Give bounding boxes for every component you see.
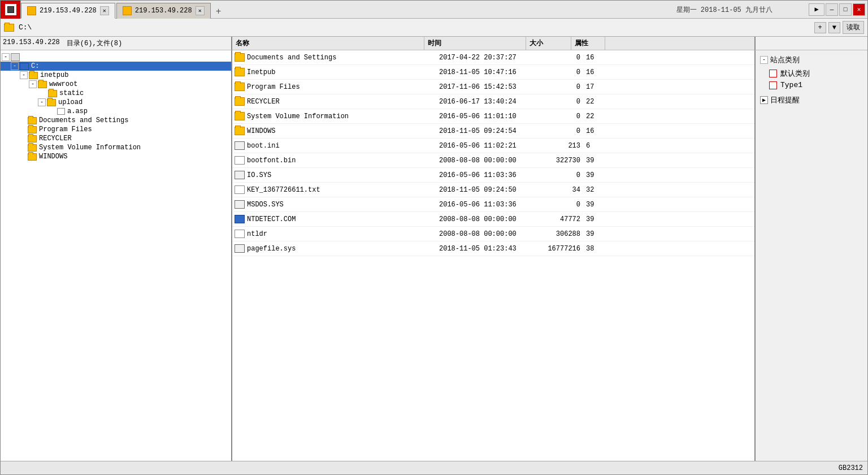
- file-row[interactable]: ntldr2008-08-08 00:00:0030628839: [232, 227, 754, 241]
- tree-node-upload[interactable]: - upload: [1, 98, 231, 107]
- file-row[interactable]: Inetpub2018-11-05 10:47:16016: [232, 65, 754, 80]
- address-bar: C:\ + ▼ 读取: [1, 19, 867, 37]
- file-a-asp-icon: [57, 108, 65, 115]
- file-row[interactable]: WINDOWS2018-11-05 09:24:54016: [232, 124, 754, 139]
- sidebar-item-type1-label: Type1: [780, 81, 802, 89]
- panel-with-headers: 219.153.49.228 目录(6),文件(8) 名称 时间 大小 属性: [1, 37, 867, 50]
- tree-node-wwwroot[interactable]: - wwwroot: [1, 80, 231, 89]
- file-col-time: 2016-05-06 11:02:21: [439, 142, 541, 150]
- address-controls: + ▼ 读取: [814, 21, 864, 34]
- file-col-size: 0: [541, 113, 586, 120]
- file-col-attr: 6: [586, 142, 620, 150]
- tree-node-c-drive[interactable]: - C:: [1, 62, 231, 71]
- sidebar-section-1-title: - 站点类别: [760, 55, 863, 65]
- file-row[interactable]: System Volume Information2016-05-06 11:0…: [232, 109, 754, 124]
- file-col-name: ntldr: [247, 230, 439, 238]
- checkbox-type1[interactable]: [769, 81, 777, 89]
- file-col-name: IO.SYS: [247, 171, 439, 179]
- file-col-time: 2008-08-08 00:00:00: [439, 157, 541, 165]
- tree-header: 219.153.49.228 目录(6),文件(8): [1, 37, 232, 50]
- tree-node-inetpub[interactable]: - inetpub: [1, 71, 231, 80]
- tab-1-close[interactable]: ✕: [100, 6, 109, 15]
- sidebar-section-1: - 站点类别 默认类别 Type1: [760, 55, 863, 90]
- checkbox-default[interactable]: [769, 70, 777, 77]
- tab-1[interactable]: 219.153.49.228 ✕: [21, 3, 115, 19]
- tab-2-label: 219.153.49.228: [135, 7, 192, 15]
- folder-windows-icon: [28, 153, 37, 161]
- folder-wwwroot-icon: [38, 81, 47, 88]
- sidebar-item-type1[interactable]: Type1: [760, 80, 863, 90]
- close-button[interactable]: ✕: [853, 3, 865, 16]
- content-area: - - C: - inetpub - wwwroot: [1, 50, 867, 461]
- tab-2[interactable]: 219.153.49.228 ✕: [116, 3, 211, 19]
- tree-node-static[interactable]: static: [1, 89, 231, 98]
- tree-node-program-files[interactable]: Program Files: [1, 125, 231, 134]
- file-row[interactable]: NTDETECT.COM2008-08-08 00:00:004777239: [232, 212, 754, 227]
- file-row[interactable]: bootfont.bin2008-08-08 00:00:0032273039: [232, 153, 754, 168]
- file-col-size: 306288: [541, 230, 586, 238]
- file-col-time: 2016-05-06 11:01:10: [439, 113, 541, 120]
- file-col-time: 2018-11-05 10:47:16: [439, 68, 541, 76]
- file-col-name: pagefile.sys: [247, 245, 439, 253]
- drive-icon: [20, 63, 29, 70]
- col-name-header: 名称: [232, 37, 424, 50]
- status-bar: GB2312: [1, 461, 867, 474]
- file-icon-folder: [235, 127, 245, 135]
- address-folder-icon: [4, 24, 14, 32]
- expand-sites[interactable]: -: [760, 56, 768, 64]
- title-bar: 219.153.49.228 ✕ 219.153.49.228 ✕ + 星期一 …: [1, 1, 867, 19]
- play-schedule-icon[interactable]: ▶: [760, 96, 768, 104]
- file-col-name: Inetpub: [247, 68, 439, 76]
- file-col-name: Program Files: [247, 83, 439, 91]
- file-row[interactable]: IO.SYS2016-05-06 11:03:36039: [232, 168, 754, 183]
- tab-new-button[interactable]: +: [212, 5, 225, 19]
- expand-inetpub[interactable]: -: [20, 71, 28, 79]
- expand-wwwroot[interactable]: -: [29, 80, 37, 88]
- file-row[interactable]: pagefile.sys2018-11-05 01:23:43167772163…: [232, 241, 754, 256]
- tree-node-recycler[interactable]: RECYCLER: [1, 134, 231, 143]
- tree-node-c-label: C:: [31, 62, 39, 70]
- tab-2-close[interactable]: ✕: [196, 6, 205, 15]
- tree-node-docs-settings[interactable]: Documents and Settings: [1, 116, 231, 125]
- nav-forward-button[interactable]: ▶: [809, 3, 824, 16]
- file-col-time: 2008-08-08 00:00:00: [439, 230, 541, 238]
- file-col-attr: 39: [586, 201, 620, 209]
- tree-node-windows[interactable]: WINDOWS: [1, 152, 231, 161]
- tree-node-a-asp[interactable]: a.asp: [1, 107, 231, 116]
- file-row[interactable]: boot.ini2016-05-06 11:02:212136: [232, 139, 754, 153]
- folder-upload-icon: [47, 99, 56, 106]
- file-col-name: bootfont.bin: [247, 157, 439, 165]
- file-col-attr: 39: [586, 215, 620, 223]
- minimize-button[interactable]: —: [826, 3, 838, 16]
- file-col-attr: 22: [586, 113, 620, 120]
- sidebar-section-2-title: ▶ 日程提醒: [760, 95, 863, 105]
- file-col-time: 2018-11-05 09:24:50: [439, 186, 541, 194]
- expand-upload[interactable]: -: [38, 98, 46, 106]
- file-row[interactable]: Program Files2017-11-06 15:42:53017: [232, 80, 754, 94]
- file-row[interactable]: MSDOS.SYS2016-05-06 11:03:36039: [232, 197, 754, 212]
- file-icon-folder: [235, 83, 245, 91]
- window-controls: ▶ — □ ✕: [806, 3, 867, 16]
- file-col-size: 0: [541, 171, 586, 179]
- expand-root[interactable]: -: [2, 53, 10, 61]
- folder-svi-icon: [28, 144, 37, 152]
- tree-node-sysvolinfo[interactable]: System Volume Information: [1, 143, 231, 152]
- file-row[interactable]: Documents and Settings2017-04-22 20:37:2…: [232, 50, 754, 65]
- address-dropdown-button[interactable]: ▼: [828, 22, 840, 33]
- tree-node-a-asp-label: a.asp: [67, 107, 88, 115]
- sidebar-section-1-label: 站点类别: [770, 55, 800, 65]
- sidebar-item-default[interactable]: 默认类别: [760, 67, 863, 80]
- file-row[interactable]: RECYCLER2016-06-17 13:40:24022: [232, 94, 754, 109]
- expand-c[interactable]: -: [11, 62, 19, 70]
- sidebar-section-2: ▶ 日程提醒: [760, 95, 863, 105]
- maximize-button[interactable]: □: [839, 3, 852, 16]
- tree-node-root[interactable]: -: [1, 53, 231, 62]
- file-row[interactable]: KEY_1367726611.txt2018-11-05 09:24:50343…: [232, 183, 754, 197]
- address-read-button[interactable]: 读取: [843, 21, 864, 34]
- tree-node-windows-label: WINDOWS: [39, 153, 67, 161]
- file-icon-sys: [235, 244, 245, 253]
- tree-header-dir-count: 目录(6),文件(8): [67, 38, 122, 48]
- file-col-time: 2018-11-05 09:24:54: [439, 127, 541, 135]
- file-col-name: WINDOWS: [247, 127, 439, 135]
- address-plus-button[interactable]: +: [814, 22, 826, 33]
